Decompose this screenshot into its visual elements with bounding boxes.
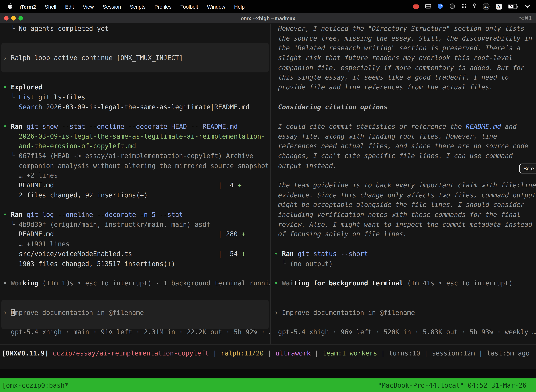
- terminal-line: [3, 33, 270, 43]
- menu-bar: iTerm2ShellEditViewSessionScriptsProfile…: [0, 0, 536, 13]
- terminal-line: › Improve documentation in @filename: [3, 308, 270, 317]
- terminal-line: companion analysis without altering the …: [3, 161, 270, 171]
- browser-icon[interactable]: [437, 3, 443, 10]
- tmux-host-time: "MacBook-Pro-44.local" 04:52 31-Mar-26: [378, 382, 526, 389]
- terminal-line: might be acceptable alongside the file l…: [274, 200, 536, 210]
- terminal-line: companion file, especially if more comme…: [274, 63, 536, 73]
- terminal-line: └ No agents completed yet: [3, 23, 270, 33]
- terminal-line: … +2 lines: [3, 171, 270, 180]
- terminal-line: essay file, along with finding root file…: [274, 131, 536, 141]
- terminal-line: [3, 298, 270, 308]
- terminal-line: [274, 92, 536, 102]
- terminal-line: └ (no output): [274, 259, 536, 269]
- terminal-panes: └ No agents completed yet› Ralph loop ac…: [0, 23, 536, 345]
- terminal-line: • Working (11m 13s • esc to interrupt) ·…: [3, 278, 270, 288]
- terminal-line: [274, 288, 536, 298]
- left-pane-lines: └ No agents completed yet› Ralph loop ac…: [3, 23, 270, 337]
- sphere-icon[interactable]: [449, 3, 455, 10]
- terminal-line: └ 4b9d30f (origin/main, instructkr/main,…: [3, 219, 270, 229]
- battery-meter-icon[interactable]: .61: [483, 3, 489, 10]
- terminal-line: gpt-5.4 xhigh · main · 91% left · 2.31M …: [3, 327, 270, 337]
- terminal-line: src/voice/voiceModeEnabled.ts | 54 +: [3, 249, 270, 259]
- terminal-line: [3, 112, 270, 121]
- terminal-line: including verification notes with those …: [274, 210, 536, 219]
- screen: iTerm2ShellEditViewSessionScriptsProfile…: [0, 0, 536, 392]
- terminal-line: README.md | 4 +: [3, 180, 270, 190]
- terminal-line: README.md | 280 +: [3, 229, 270, 239]
- terminal-line: • Explored: [3, 82, 270, 92]
- app-grid-icon[interactable]: [461, 4, 466, 9]
- bottom-gap: [0, 369, 536, 378]
- terminal-line: The team guideline is to back every impo…: [274, 180, 536, 190]
- terminal-line: [274, 239, 536, 249]
- terminal-line: └ 067f154 (HEAD -> essay/ai-reimplementa…: [3, 151, 270, 161]
- terminal-line: the source tree, missing the essay. Stil…: [274, 33, 536, 43]
- menu-item-view[interactable]: View: [78, 4, 98, 9]
- terminal-line: and-the-erosion-of-copyleft.md: [3, 141, 270, 151]
- menu-item-shell[interactable]: Shell: [40, 4, 61, 9]
- terminal-line: review. Also, I might want to inspect th…: [274, 219, 536, 229]
- terminal-line: 2 files changed, 92 insertions(+): [3, 190, 270, 200]
- key-icon[interactable]: [473, 3, 476, 10]
- window-title-bar: omx --xhigh --madmax ⌥⌘1: [0, 13, 536, 23]
- menu-item-toolbelt[interactable]: Toolbelt: [176, 4, 203, 9]
- battery-icon[interactable]: ϟ: [508, 4, 518, 9]
- left-pane[interactable]: └ No agents completed yet› Ralph loop ac…: [0, 23, 271, 344]
- terminal-line: changes, I can't cite specific file line…: [274, 151, 536, 161]
- menu-status-icons: .61 A ϟ: [413, 3, 532, 10]
- terminal-line: [3, 73, 270, 82]
- terminal-line: … +1901 lines: [3, 239, 270, 249]
- terminal-line: the "Related research writing" section i…: [274, 43, 536, 53]
- terminal-line: › Improve documentation in @filename: [274, 308, 536, 317]
- menu-item-iterm2[interactable]: iTerm2: [15, 4, 40, 9]
- terminal-line: [OMX#0.11.9] cczip/essay/ai-reimplementa…: [2, 349, 536, 357]
- terminal-line: provide file and line references from th…: [274, 82, 536, 92]
- terminal-line: • Ran git log --oneline --decorate -n 5 …: [3, 210, 270, 219]
- terminal-line: output instead.: [274, 161, 536, 171]
- menu-item-scripts[interactable]: Scripts: [125, 4, 150, 9]
- right-pane[interactable]: However, I noticed the "Directory Struct…: [271, 23, 536, 344]
- wifi-icon[interactable]: [524, 4, 531, 9]
- terminal-line: • Ran git status --short: [274, 249, 536, 259]
- terminal-line: [274, 298, 536, 308]
- terminal-line: However, I noticed the "Directory Struct…: [274, 23, 536, 33]
- terminal-line: 1903 files changed, 513517 insertions(+): [3, 259, 270, 269]
- terminal-line: › Ralph loop active continue [OMX_TMUX_I…: [3, 53, 270, 63]
- terminal-line: Considering citation options: [274, 102, 536, 112]
- terminal-line: [3, 269, 270, 278]
- terminal-line: [274, 171, 536, 180]
- right-pane-lines: However, I noticed the "Directory Struct…: [274, 23, 536, 337]
- window-manager-icon[interactable]: [425, 4, 431, 9]
- terminal-line: references need actual files, and since …: [274, 141, 536, 151]
- input-source-icon[interactable]: A: [496, 4, 502, 9]
- terminal-line: └ List git ls-files: [3, 92, 270, 102]
- terminal-line: • Ran git show --stat --oneline --decora…: [3, 121, 270, 131]
- terminal-line: this single essay, it seems like a good …: [274, 73, 536, 82]
- omx-status-bar: [OMX#0.11.9] cczip/essay/ai-reimplementa…: [0, 345, 536, 369]
- terminal-line: [274, 112, 536, 121]
- battery-tip: [517, 6, 518, 7]
- screen-recording-icon[interactable]: [413, 4, 419, 9]
- apple-menu[interactable]: [5, 3, 15, 10]
- terminal-line: [3, 63, 270, 73]
- omx-status-line: [OMX#0.11.9] cczip/essay/ai-reimplementa…: [2, 349, 536, 357]
- terminal-line: I could cite commit statistics or refere…: [274, 121, 536, 131]
- battery-body: ϟ: [508, 4, 517, 9]
- menu-item-help[interactable]: Help: [230, 4, 249, 9]
- menu-items: iTerm2ShellEditViewSessionScriptsProfile…: [15, 4, 249, 9]
- menu-item-edit[interactable]: Edit: [61, 4, 78, 9]
- screen-button[interactable]: Scre: [519, 163, 536, 173]
- apple-icon: [8, 3, 12, 10]
- menu-item-session[interactable]: Session: [98, 4, 125, 9]
- window-title: omx --xhigh --madmax: [0, 15, 536, 21]
- terminal-line: gpt-5.4 xhigh · 96% left · 520K in · 5.8…: [274, 327, 536, 337]
- tmux-session-label: [omx-cczip0:bash*: [2, 382, 69, 389]
- tmux-status-bar: [omx-cczip0:bash* "MacBook-Pro-44.local"…: [0, 378, 536, 392]
- terminal-line: [3, 288, 270, 298]
- terminal-line: evidence. Since this change only affects…: [274, 190, 536, 200]
- terminal-line: • Waiting for background terminal (1m 41…: [274, 278, 536, 288]
- menu-item-window[interactable]: Window: [203, 4, 230, 9]
- terminal-line: 2026-03-09-is-legal-the-same-as-legitima…: [3, 131, 270, 141]
- terminal-line: [274, 317, 536, 327]
- menu-item-profiles[interactable]: Profiles: [150, 4, 176, 9]
